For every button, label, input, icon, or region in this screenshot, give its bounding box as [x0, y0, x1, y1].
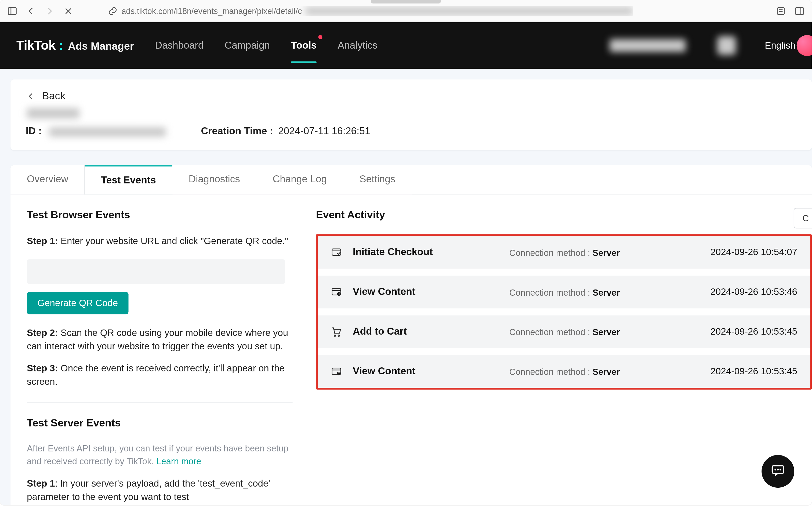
event-name: View Content	[353, 286, 499, 298]
view-icon	[331, 366, 342, 378]
svg-point-14	[338, 293, 339, 295]
step-1-label: Step 1:	[27, 236, 58, 246]
server-step-1-text: : In your server's payload, add the 'tes…	[27, 478, 270, 502]
event-row[interactable]: Add to CartConnection method : Server202…	[317, 316, 810, 348]
avatar[interactable]	[797, 35, 812, 56]
brand-name: TikTok	[16, 38, 56, 53]
id-row: ID :	[26, 126, 166, 137]
step-3: Step 3: Once the event is received corre…	[27, 361, 293, 388]
notification-dot-icon	[318, 35, 323, 39]
sidebar-toggle-icon[interactable]	[7, 6, 17, 16]
step-2-text: Scan the QR code using your mobile devic…	[27, 328, 288, 351]
nav-campaign[interactable]: Campaign	[225, 36, 270, 55]
svg-rect-7	[796, 7, 803, 14]
cart-icon	[331, 326, 342, 338]
svg-point-23	[777, 469, 778, 470]
divider	[27, 402, 293, 403]
brand-logo[interactable]: TikTok: Ads Manager	[16, 38, 134, 53]
pixel-name-redacted	[27, 108, 79, 118]
view-icon	[331, 286, 342, 298]
back-label: Back	[42, 90, 65, 102]
server-step-1-label: Step 1	[27, 478, 55, 488]
nav-tools[interactable]: Tools	[291, 36, 316, 55]
tabs-bar: Overview Test Events Diagnostics Change …	[10, 165, 812, 195]
panels-icon[interactable]	[794, 6, 805, 16]
app-topnav: TikTok: Ads Manager Dashboard Campaign T…	[0, 22, 812, 69]
page-body: Back ID : Creation Time : 2024-07-11 16:…	[0, 69, 812, 505]
step-2-label: Step 2:	[27, 328, 58, 338]
tabs-card: Overview Test Events Diagnostics Change …	[10, 165, 812, 505]
chat-icon	[770, 463, 786, 480]
nav-analytics[interactable]: Analytics	[338, 36, 378, 55]
svg-point-16	[338, 335, 339, 336]
brand-sub: Ads Manager	[68, 40, 134, 53]
chat-fab[interactable]	[761, 455, 794, 488]
step-3-label: Step 3:	[27, 363, 58, 373]
clear-events-button[interactable]: C	[794, 208, 812, 228]
svg-point-15	[334, 335, 336, 336]
website-url-input[interactable]	[27, 260, 285, 284]
nav-links: Dashboard Campaign Tools Analytics	[155, 36, 377, 55]
svg-point-24	[780, 469, 780, 470]
event-activity-highlight: Initiate CheckoutConnection method : Ser…	[316, 234, 812, 390]
event-connection: Connection method : Server	[509, 287, 700, 297]
tab-diagnostics[interactable]: Diagnostics	[172, 165, 256, 195]
language-selector[interactable]: English	[765, 40, 795, 51]
stop-icon[interactable]	[63, 6, 73, 16]
back-button[interactable]: Back	[26, 90, 797, 102]
step-1: Step 1: Enter your website URL and click…	[27, 234, 293, 247]
tab-overview[interactable]: Overview	[10, 165, 84, 195]
nav-dashboard[interactable]: Dashboard	[155, 36, 204, 55]
event-timestamp: 2024-09-26 10:53:45	[710, 366, 797, 377]
forward-icon	[44, 6, 55, 16]
chevron-left-icon	[26, 91, 36, 101]
svg-rect-9	[332, 249, 341, 256]
account-name-redacted[interactable]	[610, 39, 686, 52]
address-bar[interactable]: ads.tiktok.com/i18n/events_manager/pixel…	[107, 6, 633, 16]
event-timestamp: 2024-09-26 10:53:46	[710, 287, 797, 297]
learn-more-link[interactable]: Learn more	[156, 456, 201, 466]
server-events-subtext: After Events API setup, you can test if …	[27, 442, 293, 468]
svg-rect-0	[8, 7, 16, 14]
svg-point-20	[338, 373, 339, 374]
event-connection: Connection method : Server	[509, 247, 700, 257]
event-activity-panel: Event Activity C Initiate CheckoutConnec…	[316, 209, 812, 505]
svg-rect-4	[777, 7, 785, 14]
server-events-title: Test Server Events	[27, 417, 293, 430]
step-1-text: Enter your website URL and click "Genera…	[61, 236, 288, 246]
browser-events-title: Test Browser Events	[27, 209, 293, 222]
creation-row: Creation Time : 2024-07-11 16:26:51	[201, 126, 370, 137]
url-redacted	[305, 7, 633, 15]
tab-test-events[interactable]: Test Events	[84, 165, 172, 195]
url-text: ads.tiktok.com/i18n/events_manager/pixel…	[121, 6, 302, 15]
step-3-text: Once the event is received correctly, it…	[27, 363, 285, 386]
account-switcher-redacted[interactable]	[717, 36, 736, 55]
step-2: Step 2: Scan the QR code using your mobi…	[27, 326, 293, 353]
link-icon	[107, 6, 118, 16]
generate-qr-button[interactable]: Generate QR Code	[27, 292, 128, 315]
server-step-1: Step 1: In your server's payload, add th…	[27, 477, 293, 504]
back-icon[interactable]	[26, 6, 36, 16]
reader-icon[interactable]	[775, 6, 786, 16]
tab-content: Test Browser Events Step 1: Enter your w…	[10, 195, 812, 505]
creation-value: 2024-07-11 16:26:51	[278, 126, 370, 137]
event-row[interactable]: Initiate CheckoutConnection method : Ser…	[317, 236, 810, 269]
event-connection: Connection method : Server	[509, 367, 700, 377]
pixel-header-card: Back ID : Creation Time : 2024-07-11 16:…	[10, 79, 812, 150]
event-name: Add to Cart	[353, 326, 499, 338]
svg-point-22	[775, 469, 775, 470]
creation-label: Creation Time :	[201, 126, 273, 137]
checkout-icon	[331, 246, 342, 258]
test-browser-events-panel: Test Browser Events Step 1: Enter your w…	[27, 209, 293, 505]
window-drag-handle[interactable]	[371, 0, 441, 3]
tab-settings[interactable]: Settings	[343, 165, 412, 195]
id-label: ID :	[26, 126, 42, 137]
pixel-id-redacted	[49, 127, 166, 136]
event-row[interactable]: View ContentConnection method : Server20…	[317, 355, 810, 388]
event-activity-title: Event Activity	[316, 209, 812, 222]
tab-change-log[interactable]: Change Log	[256, 165, 343, 195]
brand-colon-icon: :	[59, 38, 63, 53]
event-name: View Content	[353, 366, 499, 378]
event-row[interactable]: View ContentConnection method : Server20…	[317, 276, 810, 308]
event-name: Initiate Checkout	[353, 246, 499, 258]
